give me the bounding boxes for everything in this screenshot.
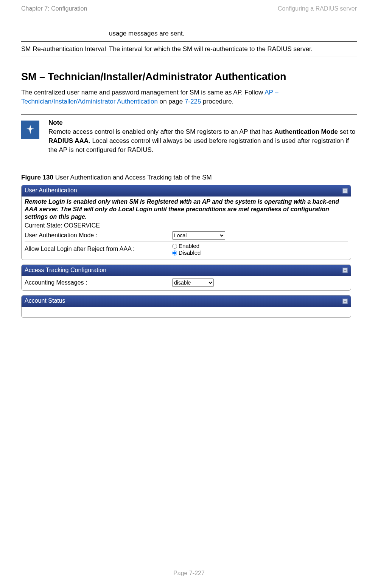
auth-mode-select[interactable]: Local (172, 231, 225, 240)
header-section: Configuring a RADIUS server (278, 5, 357, 13)
auth-mode-label: User Authentication Mode : (25, 231, 172, 240)
attr-name (21, 26, 109, 42)
panel-body: Accounting Messages : disable (22, 276, 351, 290)
note-icon (21, 121, 39, 139)
figure-caption: Figure 130 User Authentication and Acces… (21, 173, 357, 182)
attr-desc: usage messages are sent. (109, 26, 357, 42)
allow-local-login-options: Enabled Disabled (172, 243, 201, 256)
panel-header: Account Status − (22, 296, 351, 306)
panel-body-empty (22, 307, 351, 317)
allow-local-login-label: Allow Local Login after Reject from AAA … (25, 245, 172, 253)
note-bold-2: RADIUS AAA (48, 137, 89, 144)
enabled-option[interactable]: Enabled (172, 243, 201, 249)
access-tracking-panel: Access Tracking Configuration − Accounti… (21, 265, 351, 291)
note-label: Note (48, 118, 357, 127)
screenshot-panels: User Authentication − Remote Login is en… (21, 185, 351, 317)
pin-icon (25, 124, 36, 135)
user-authentication-panel: User Authentication − Remote Login is en… (21, 185, 351, 260)
accounting-messages-select[interactable]: disable (172, 279, 214, 287)
note-text: Remote access control is enabled only af… (48, 128, 274, 135)
intro-text-mid: on page (158, 98, 185, 105)
note-text: set to (338, 128, 355, 135)
panel-title: Account Status (25, 297, 65, 305)
note-text: . Local access control will always be us… (48, 137, 349, 153)
panel-title: Access Tracking Configuration (25, 266, 106, 274)
table-row: SM Re-authentication Interval The interv… (21, 42, 357, 57)
attribute-table: usage messages are sent. SM Re-authentic… (21, 26, 357, 57)
page-header: Chapter 7: Configuration Configuring a R… (21, 5, 357, 13)
account-status-panel: Account Status − (21, 295, 351, 317)
intro-text-pre: The centralized user name and password m… (21, 89, 264, 96)
header-chapter: Chapter 7: Configuration (21, 5, 87, 13)
attr-desc: The interval for which the SM will re-au… (109, 42, 357, 57)
attr-name: SM Re-authentication Interval (21, 42, 109, 57)
panel-body: Remote Login is enabled only when SM is … (22, 197, 351, 260)
disabled-option[interactable]: Disabled (172, 249, 201, 256)
panel-header: User Authentication − (22, 185, 351, 196)
accounting-messages-row: Accounting Messages : disable (25, 277, 348, 288)
disabled-label: Disabled (179, 249, 201, 256)
accounting-messages-label: Accounting Messages : (25, 279, 172, 287)
note-bold-1: Authentication Mode (274, 128, 338, 135)
enabled-label: Enabled (179, 243, 199, 249)
auth-mode-row: User Authentication Mode : Local (25, 230, 348, 241)
section-heading: SM – Technician/Installer/Administrator … (21, 70, 357, 84)
figure-number: Figure 130 (21, 174, 53, 181)
note-body: Remote access control is enabled only af… (48, 127, 357, 154)
figure-title: User Authentication and Access Tracking … (53, 174, 212, 181)
collapse-icon[interactable]: − (342, 299, 348, 304)
page-footer: Page 7-227 (0, 569, 378, 577)
note-block: Note Remote access control is enabled on… (21, 114, 357, 160)
disabled-radio[interactable] (172, 251, 177, 255)
section-intro: The centralized user name and password m… (21, 88, 357, 106)
current-state: Current State: OOSERVICE (25, 221, 348, 230)
note-content: Note Remote access control is enabled on… (48, 118, 357, 154)
page-ref: 7-225 (185, 98, 201, 105)
collapse-icon[interactable]: − (342, 188, 348, 193)
allow-local-login-row: Allow Local Login after Reject from AAA … (25, 241, 348, 257)
remote-login-note: Remote Login is enabled only when SM is … (25, 198, 348, 221)
collapse-icon[interactable]: − (342, 268, 348, 273)
panel-header: Access Tracking Configuration − (22, 265, 351, 276)
table-row: usage messages are sent. (21, 26, 357, 42)
intro-text-post: procedure. (201, 98, 233, 105)
enabled-radio[interactable] (172, 244, 177, 249)
panel-title: User Authentication (25, 186, 77, 195)
